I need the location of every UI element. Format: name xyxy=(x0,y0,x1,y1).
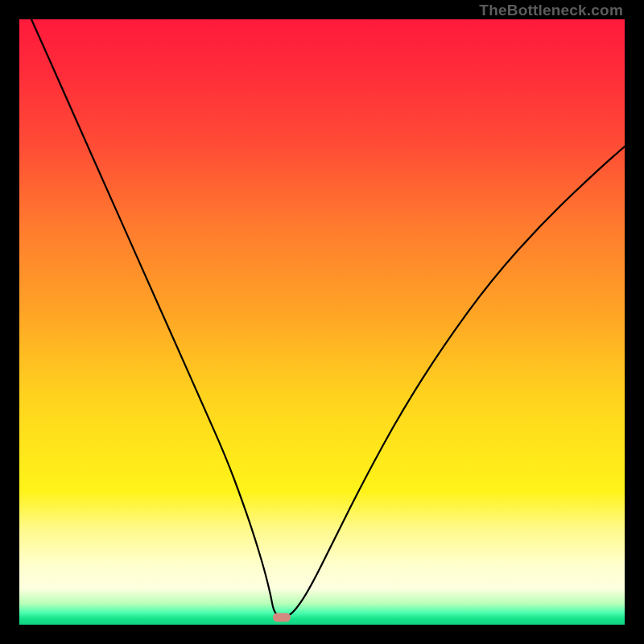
curve-layer xyxy=(19,19,625,625)
bottleneck-curve xyxy=(31,19,625,617)
plot-area xyxy=(19,19,625,625)
chart-frame: TheBottleneck.com xyxy=(0,0,644,644)
optimal-point-marker xyxy=(273,613,291,621)
watermark-text: TheBottleneck.com xyxy=(479,2,623,19)
